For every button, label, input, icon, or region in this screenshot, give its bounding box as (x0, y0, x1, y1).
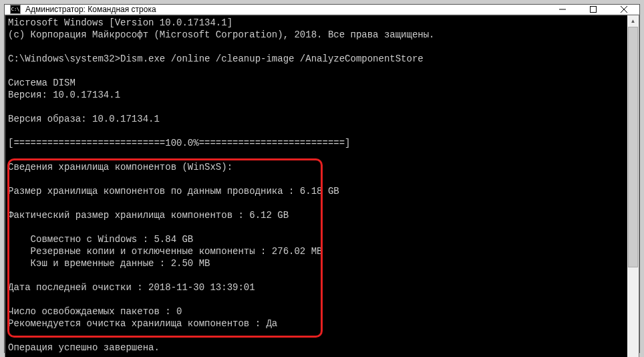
reclaimable: Число освобождаемых пакетов : 0 (8, 306, 182, 317)
maximize-button[interactable] (578, 5, 609, 14)
terminal-area: Microsoft Windows [Version 10.0.17134.1]… (5, 15, 639, 357)
output-line: Версия образа: 10.0.17134.1 (8, 114, 160, 124)
output-line: Microsoft Windows [Version 10.0.17134.1] (8, 17, 232, 28)
cmd-icon: C:\ (10, 5, 21, 14)
explorer-size: Размер хранилища компонентов по данным п… (8, 186, 339, 197)
cache-size: Кэш и временные данные : 2.50 MB (8, 258, 210, 269)
svg-rect-1 (591, 7, 597, 13)
progress-bar: [===========================100.0%======… (8, 138, 350, 148)
window-controls (547, 5, 639, 14)
terminal-output[interactable]: Microsoft Windows [Version 10.0.17134.1]… (5, 15, 627, 357)
prompt-line: C:\Windows\system32>Dism.exe /online /cl… (8, 53, 424, 64)
actual-size: Фактический размер хранилища компонентов… (8, 210, 289, 221)
backup-size: Резервные копии и отключенные компоненты… (8, 246, 322, 257)
output-line: Версия: 10.0.17134.1 (8, 90, 120, 100)
success-msg: Операция успешно завершена. (8, 342, 160, 353)
info-header: Сведения хранилища компонентов (WinSxS): (8, 162, 232, 172)
close-button[interactable] (609, 5, 639, 14)
scroll-up-button[interactable]: ▲ (627, 15, 639, 27)
output-line: Cистема DISM (8, 78, 75, 88)
output-line: (c) Корпорация Майкрософт (Microsoft Cor… (8, 29, 435, 40)
shared-size: Совместно с Windows : 5.84 GB (8, 234, 193, 245)
recommended: Рекомендуется очистка хранилища компонен… (8, 318, 277, 329)
scrollbar-thumb[interactable] (628, 27, 638, 267)
titlebar[interactable]: C:\ Администратор: Командная строка (5, 5, 639, 15)
last-cleanup: Дата последней очистки : 2018-11-30 13:3… (8, 282, 255, 293)
minimize-button[interactable] (547, 5, 578, 14)
window-title: Администратор: Командная строка (25, 5, 547, 14)
cmd-window: C:\ Администратор: Командная строка Micr… (4, 4, 640, 353)
vertical-scrollbar[interactable]: ▲ ▼ (627, 15, 639, 357)
